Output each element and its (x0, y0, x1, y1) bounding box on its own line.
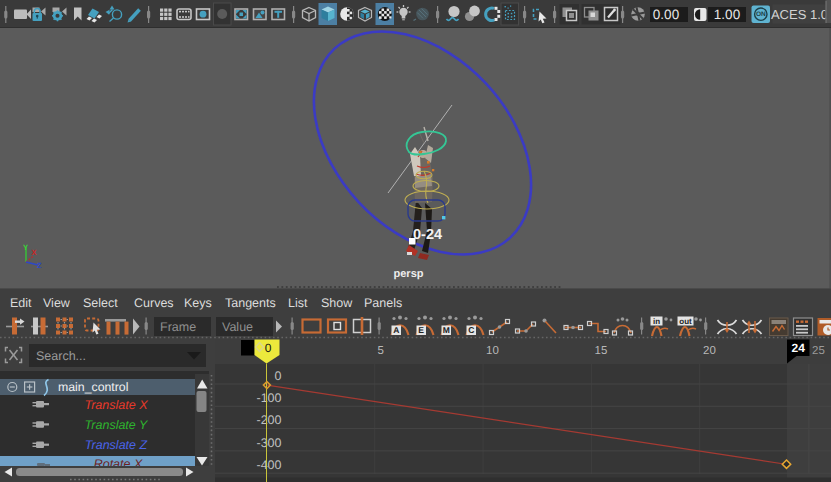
svg-text:24: 24 (792, 341, 806, 355)
svg-text:1.00: 1.00 (714, 7, 740, 22)
svg-text:Translate Y: Translate Y (85, 418, 149, 432)
svg-text:List: List (288, 296, 308, 310)
svg-text:-200: -200 (256, 413, 281, 427)
svg-text:View: View (43, 296, 71, 310)
svg-text:X: X (32, 248, 37, 257)
svg-text:25: 25 (812, 345, 825, 357)
svg-text:0: 0 (265, 341, 272, 355)
svg-text:Curves: Curves (134, 296, 174, 310)
svg-text:Edit: Edit (10, 296, 32, 310)
svg-text:15: 15 (595, 345, 608, 357)
svg-text:Translate X: Translate X (85, 398, 149, 412)
svg-text:0: 0 (275, 369, 282, 383)
svg-text:0.00: 0.00 (653, 7, 679, 22)
svg-text:20: 20 (703, 345, 716, 357)
svg-text:5: 5 (378, 345, 384, 357)
svg-text:-400: -400 (256, 458, 281, 472)
svg-text:10: 10 (486, 345, 499, 357)
svg-text:ON: ON (756, 11, 766, 18)
svg-text:E: E (418, 325, 424, 335)
svg-text:A: A (393, 325, 399, 335)
svg-text:out: out (679, 317, 692, 326)
svg-text:Keys: Keys (184, 296, 212, 310)
svg-text:Value: Value (222, 320, 253, 334)
svg-text:C: C (468, 325, 474, 335)
svg-text:Show: Show (321, 296, 353, 310)
svg-text:Tangents: Tangents (225, 296, 276, 310)
svg-text:Translate Z: Translate Z (85, 438, 148, 452)
svg-text:ACES 1.0: ACES 1.0 (771, 7, 828, 22)
svg-text:Y: Y (23, 243, 28, 252)
svg-text:Z: Z (37, 261, 42, 270)
svg-text:Frame: Frame (160, 320, 196, 334)
svg-text:-100: -100 (256, 391, 281, 405)
svg-text:Select: Select (83, 296, 118, 310)
svg-text:0-24: 0-24 (413, 227, 442, 243)
svg-text:M: M (443, 325, 450, 335)
svg-text:persp: persp (394, 268, 424, 280)
svg-text:-300: -300 (256, 436, 281, 450)
svg-text:in: in (653, 317, 660, 326)
svg-text:main_control: main_control (58, 380, 128, 394)
svg-text:Panels: Panels (364, 296, 402, 310)
svg-text:Search...: Search... (36, 349, 86, 363)
